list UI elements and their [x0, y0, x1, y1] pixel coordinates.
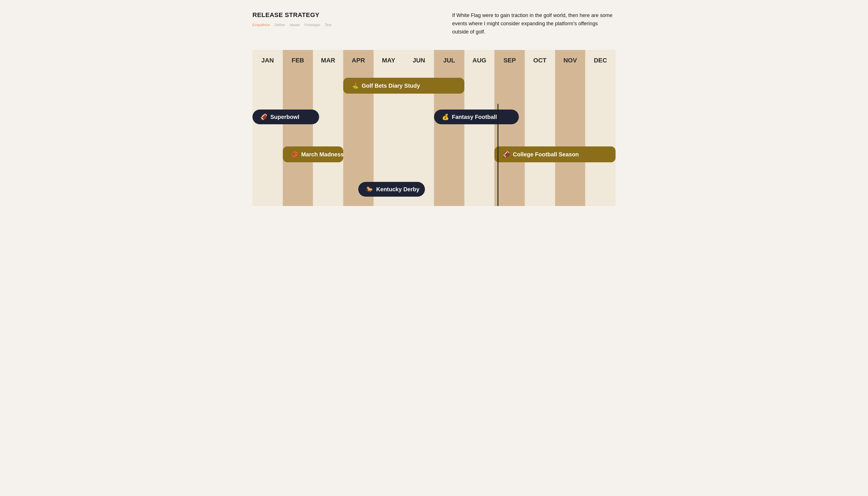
event-kentucky-derby[interactable]: 🐎 Kentucky Derby — [358, 182, 425, 197]
stripe-feb — [283, 70, 313, 206]
month-label-mar: MAR — [313, 50, 343, 70]
month-label-dec: DEC — [585, 50, 616, 70]
event-fantasy-football[interactable]: 💰 Fantasy Football — [434, 110, 519, 124]
page-wrapper: RELEASE STRATEGY Empathize Define Ideate… — [235, 0, 633, 223]
month-col-jul: JUL — [434, 50, 464, 70]
fantasy-football-emoji: 💰 — [442, 113, 449, 120]
month-col-sep: SEP — [494, 50, 525, 70]
month-col-nov: NOV — [555, 50, 585, 70]
stripe-mar — [313, 70, 343, 206]
kentucky-derby-emoji: 🐎 — [366, 186, 373, 193]
month-label-oct: OCT — [525, 50, 555, 70]
event-superbowl[interactable]: 🏈 Superbowl — [252, 110, 319, 124]
month-label-jan: JAN — [252, 50, 283, 70]
stripe-jan — [252, 70, 283, 206]
tab-ideate[interactable]: Ideate — [289, 22, 300, 28]
stripe-oct — [525, 70, 555, 206]
stripe-sep — [494, 70, 525, 206]
tab-test[interactable]: Test — [325, 22, 332, 28]
months-grid: JAN FEB MAR APR MAY JUN JUL AUG SEP OCT … — [252, 50, 616, 70]
calendar-container: JAN FEB MAR APR MAY JUN JUL AUG SEP OCT … — [252, 50, 616, 206]
march-madness-label: March Madness — [301, 151, 344, 158]
march-madness-emoji: 🏀 — [291, 151, 298, 158]
month-label-may: MAY — [374, 50, 404, 70]
month-label-sep: SEP — [494, 50, 525, 70]
month-col-may: MAY — [374, 50, 404, 70]
stripe-nov — [555, 70, 585, 206]
header-section: RELEASE STRATEGY Empathize Define Ideate… — [252, 11, 616, 36]
nav-tabs: Empathize Define Ideate Prototype Test — [252, 22, 332, 28]
college-football-emoji: 🏈 — [503, 151, 510, 158]
superbowl-label: Superbowl — [270, 114, 299, 120]
month-col-apr: APR — [343, 50, 374, 70]
kentucky-derby-label: Kentucky Derby — [376, 186, 419, 193]
month-col-jan: JAN — [252, 50, 283, 70]
golf-bets-label: Golf Bets Diary Study — [362, 82, 420, 89]
month-label-nov: NOV — [555, 50, 585, 70]
month-col-dec: DEC — [585, 50, 616, 70]
events-area: ⛳ Golf Bets Diary Study 🏈 Superbowl 💰 Fa… — [252, 70, 616, 206]
college-football-label: College Football Season — [513, 151, 579, 158]
stripe-dec — [585, 70, 616, 206]
event-college-football[interactable]: 🏈 College Football Season — [494, 146, 616, 162]
left-header: RELEASE STRATEGY Empathize Define Ideate… — [252, 11, 332, 28]
tab-prototype[interactable]: Prototype — [304, 22, 320, 28]
month-label-jun: JUN — [404, 50, 434, 70]
description-text: If White Flag were to gain traction in t… — [452, 11, 616, 36]
month-label-jul: JUL — [434, 50, 464, 70]
month-col-aug: AUG — [464, 50, 495, 70]
event-march-madness[interactable]: 🏀 March Madness — [283, 146, 343, 162]
fantasy-football-label: Fantasy Football — [452, 114, 497, 120]
timeline-line — [498, 104, 499, 206]
month-col-feb: FEB — [283, 50, 313, 70]
superbowl-emoji: 🏈 — [261, 113, 268, 120]
tab-define[interactable]: Define — [274, 22, 285, 28]
month-col-mar: MAR — [313, 50, 343, 70]
page-title: RELEASE STRATEGY — [252, 11, 332, 19]
month-label-apr: APR — [343, 50, 374, 70]
event-golf-bets-diary-study[interactable]: ⛳ Golf Bets Diary Study — [343, 78, 464, 94]
month-col-oct: OCT — [525, 50, 555, 70]
tab-empathize[interactable]: Empathize — [252, 22, 270, 28]
golf-bets-emoji: ⛳ — [352, 82, 359, 89]
month-label-feb: FEB — [283, 50, 313, 70]
month-col-jun: JUN — [404, 50, 434, 70]
stripe-aug — [464, 70, 495, 206]
month-label-aug: AUG — [464, 50, 495, 70]
